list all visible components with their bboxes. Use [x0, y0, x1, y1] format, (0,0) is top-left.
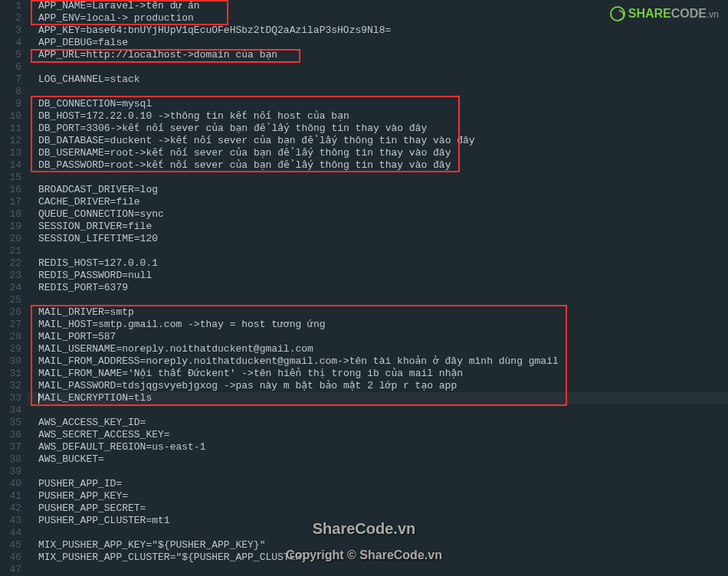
- code-line[interactable]: DB_PASSWORD=root->kết nối sever của bạn …: [28, 159, 728, 172]
- logo-share: SHARE: [628, 7, 671, 20]
- code-line[interactable]: AWS_SECRET_ACCESS_KEY=: [28, 429, 728, 441]
- code-line[interactable]: [28, 564, 728, 576]
- line-number: 33: [0, 392, 21, 404]
- code-line[interactable]: [28, 86, 728, 98]
- line-number: 39: [0, 466, 21, 478]
- logo-vn: .vn: [707, 9, 719, 20]
- line-number: 9: [0, 98, 21, 110]
- code-line[interactable]: DB_DATABASE=duckent ->kết nối sever của …: [28, 135, 728, 147]
- code-line[interactable]: DB_CONNECTION=mysql: [28, 98, 728, 110]
- logo-text: SHARECODE.vn: [628, 7, 719, 21]
- watermark-footer: ShareCode.vn Copyright © ShareCode.vn: [0, 520, 728, 562]
- code-editor[interactable]: 1234567891011121314151617181920212223242…: [0, 0, 728, 576]
- line-number: 37: [0, 441, 21, 453]
- line-number: 41: [0, 490, 21, 502]
- code-line[interactable]: BROADCAST_DRIVER=log: [28, 184, 728, 196]
- line-number: 2: [0, 12, 21, 25]
- code-line[interactable]: AWS_DEFAULT_REGION=us-east-1: [28, 441, 728, 453]
- sharecode-logo: SHARECODE.vn: [610, 6, 719, 21]
- code-line[interactable]: [28, 172, 728, 184]
- line-number: 1: [0, 0, 21, 12]
- code-line[interactable]: PUSHER_APP_ID=: [28, 478, 728, 490]
- line-number: 28: [0, 331, 21, 343]
- line-number: 40: [0, 478, 21, 490]
- code-line[interactable]: CACHE_DRIVER=file: [28, 196, 728, 208]
- code-line[interactable]: APP_URL=http://localhost->domain của bạn: [28, 49, 728, 61]
- line-number: 14: [0, 159, 21, 172]
- line-number: 3: [0, 25, 21, 37]
- code-line[interactable]: AWS_ACCESS_KEY_ID=: [28, 417, 728, 429]
- line-number: 27: [0, 319, 21, 331]
- watermark-copyright: Copyright © ShareCode.vn: [0, 548, 728, 562]
- code-line[interactable]: APP_DEBUG=false: [28, 37, 728, 49]
- code-line[interactable]: REDIS_PASSWORD=null: [28, 270, 728, 282]
- line-number: 12: [0, 135, 21, 147]
- line-number: 20: [0, 233, 21, 245]
- line-number: 8: [0, 86, 21, 98]
- code-line[interactable]: PUSHER_APP_SECRET=: [28, 502, 728, 515]
- code-line[interactable]: [28, 404, 728, 417]
- code-line[interactable]: [28, 61, 728, 74]
- code-line[interactable]: MAIL_USERNAME=noreply.noithatduckent@gma…: [28, 343, 728, 355]
- line-number: 29: [0, 343, 21, 355]
- code-line[interactable]: REDIS_HOST=127.0.0.1: [28, 257, 728, 270]
- line-number: 10: [0, 110, 21, 123]
- line-number: 47: [0, 564, 21, 576]
- line-number: 19: [0, 221, 21, 233]
- logo-recycle-icon: [610, 6, 625, 21]
- code-line[interactable]: MAIL_PORT=587: [28, 331, 728, 343]
- line-number: 7: [0, 74, 21, 86]
- code-line[interactable]: SESSION_LIFETIME=120: [28, 233, 728, 245]
- code-line[interactable]: LOG_CHANNEL=stack: [28, 74, 728, 86]
- code-line[interactable]: DB_PORT=3306->kết nối sever của bạn để l…: [28, 123, 728, 135]
- watermark-title: ShareCode.vn: [0, 520, 728, 538]
- line-number: 26: [0, 306, 21, 319]
- line-number: 22: [0, 257, 21, 270]
- line-number: 18: [0, 208, 21, 221]
- line-number: 11: [0, 123, 21, 135]
- line-number: 25: [0, 294, 21, 306]
- code-line[interactable]: APP_KEY=base64:bnUYjHUpV1qEcuOFeHSbz2tDQ…: [28, 25, 728, 37]
- code-line[interactable]: DB_HOST=172.22.0.10 ->thông tin kết nối …: [28, 110, 728, 123]
- code-line[interactable]: MAIL_HOST=smtp.gmail.com ->thay = host t…: [28, 319, 728, 331]
- line-number: 6: [0, 61, 21, 74]
- logo-code: CODE: [671, 7, 707, 20]
- line-number: 32: [0, 380, 21, 392]
- code-line[interactable]: AWS_BUCKET=: [28, 453, 728, 466]
- line-number: 34: [0, 404, 21, 417]
- line-number: 31: [0, 368, 21, 380]
- line-number: 36: [0, 429, 21, 441]
- code-line[interactable]: [28, 245, 728, 257]
- line-number: 42: [0, 502, 21, 515]
- code-line[interactable]: REDIS_PORT=6379: [28, 282, 728, 294]
- line-number: 23: [0, 270, 21, 282]
- line-number: 35: [0, 417, 21, 429]
- line-number: 4: [0, 37, 21, 49]
- line-number: 13: [0, 147, 21, 159]
- code-line[interactable]: QUEUE_CONNECTION=sync: [28, 208, 728, 221]
- code-area[interactable]: APP_NAME=Laravel->tên dự ánAPP_ENV=local…: [28, 0, 728, 576]
- code-line[interactable]: SESSION_DRIVER=file: [28, 221, 728, 233]
- code-line[interactable]: MAIL_PASSWORD=tdsjqgsvyebjgxog ->pas này…: [28, 380, 728, 392]
- line-number: 24: [0, 282, 21, 294]
- code-line[interactable]: PUSHER_APP_KEY=: [28, 490, 728, 502]
- line-number: 30: [0, 355, 21, 368]
- line-number: 15: [0, 172, 21, 184]
- line-number: 17: [0, 196, 21, 208]
- line-number-gutter: 1234567891011121314151617181920212223242…: [0, 0, 28, 576]
- code-line[interactable]: MAIL_DRIVER=smtp: [28, 306, 728, 319]
- line-number: 16: [0, 184, 21, 196]
- code-line[interactable]: [28, 294, 728, 306]
- code-line[interactable]: MAIL_ENCRYPTION=tls: [28, 392, 728, 404]
- code-line[interactable]: MAIL_FROM_ADDRESS=noreply.noithatduckent…: [28, 355, 728, 368]
- line-number: 38: [0, 453, 21, 466]
- line-number: 5: [0, 49, 21, 61]
- code-line[interactable]: DB_USERNAME=root->kết nối sever của bạn …: [28, 147, 728, 159]
- code-line[interactable]: MAIL_FROM_NAME='Nội thất Đứckent' ->tên …: [28, 368, 728, 380]
- code-line[interactable]: [28, 466, 728, 478]
- line-number: 21: [0, 245, 21, 257]
